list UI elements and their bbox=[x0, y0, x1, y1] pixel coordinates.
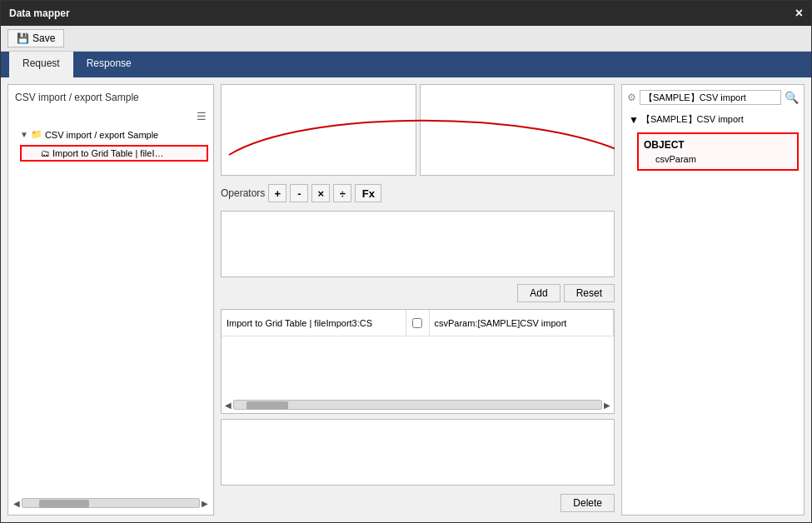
right-tree-label-sample: 【SAMPLE】CSV import bbox=[641, 113, 744, 126]
close-icon[interactable]: × bbox=[795, 6, 803, 21]
op-minus-button[interactable]: - bbox=[290, 184, 308, 202]
expand-icon: ▼ bbox=[20, 130, 28, 139]
scroll-left-icon[interactable]: ◀ bbox=[13, 499, 20, 508]
map-scroll-left-icon[interactable]: ◀ bbox=[225, 401, 232, 410]
right-tree-node-csvparam[interactable]: csvParam bbox=[642, 152, 794, 166]
map-scroll-right-icon[interactable]: ▶ bbox=[604, 401, 610, 410]
expression-box[interactable] bbox=[221, 211, 615, 277]
reset-button[interactable]: Reset bbox=[564, 284, 615, 302]
op-plus-button[interactable]: + bbox=[268, 184, 286, 202]
tree-node-import[interactable]: 🗂 Import to Grid Table | fileImp... bbox=[20, 145, 208, 162]
tab-response[interactable]: Response bbox=[73, 52, 145, 77]
left-cell: Import to Grid Table | fileImport3:CS bbox=[222, 310, 406, 336]
delete-button[interactable]: Delete bbox=[560, 494, 615, 512]
tab-request[interactable]: Request bbox=[9, 52, 73, 77]
bottom-area bbox=[221, 419, 615, 486]
tree-file-icon: 📁 bbox=[31, 129, 42, 140]
right-tree-node-level1[interactable]: ▼ 【SAMPLE】CSV import bbox=[627, 112, 799, 127]
right-expand-icon: ▼ bbox=[629, 114, 639, 126]
search-input[interactable] bbox=[640, 90, 781, 105]
mapping-area bbox=[221, 84, 615, 176]
right-highlighted-box: OBJECT csvParam bbox=[637, 132, 799, 171]
right-object-label: OBJECT bbox=[644, 139, 685, 151]
mapping-table: Import to Grid Table | fileImport3:CS cs… bbox=[221, 309, 615, 414]
add-reset-row: Add Reset bbox=[221, 282, 615, 304]
right-tree-node-object[interactable]: OBJECT bbox=[642, 137, 794, 152]
scroll-thumb bbox=[39, 500, 89, 508]
tab-bar: Request Response bbox=[1, 52, 811, 77]
left-mapping-box[interactable] bbox=[221, 84, 416, 176]
op-fx-button[interactable]: Fx bbox=[355, 184, 381, 202]
tree-label-csv: CSV import / export Sample bbox=[45, 130, 158, 140]
table-icon: 🗂 bbox=[41, 148, 50, 158]
delete-row: Delete bbox=[221, 491, 615, 516]
tree-node-level1[interactable]: ▼ 📁 CSV import / export Sample bbox=[13, 127, 208, 142]
dialog-header: Data mapper × bbox=[1, 1, 811, 26]
dialog-title: Data mapper bbox=[9, 7, 70, 19]
left-scrollbar[interactable]: ◀ ▶ bbox=[13, 496, 208, 510]
scroll-right-icon[interactable]: ▶ bbox=[202, 499, 208, 508]
main-content: CSV import / export Sample ☰ ▼ 📁 CSV imp… bbox=[1, 77, 811, 522]
operators-row: Operators + - × ÷ Fx bbox=[221, 181, 615, 206]
left-panel: CSV import / export Sample ☰ ▼ 📁 CSV imp… bbox=[7, 84, 214, 516]
scroll-track[interactable] bbox=[22, 498, 200, 508]
map-scroll-thumb bbox=[247, 401, 288, 410]
map-scroll-track[interactable] bbox=[233, 400, 602, 410]
op-divide-button[interactable]: ÷ bbox=[333, 184, 351, 202]
checkbox-input[interactable] bbox=[412, 318, 422, 328]
left-panel-title: CSV import / export Sample bbox=[13, 90, 208, 105]
mapping-scrollbar[interactable]: ◀ ▶ bbox=[222, 396, 614, 413]
right-csvparam-label: csvParam bbox=[655, 154, 696, 164]
right-cell: csvParam:[SAMPLE]CSV import bbox=[430, 310, 615, 336]
right-panel-expand-icon: ⚙ bbox=[627, 92, 636, 103]
toolbar: 💾 Save bbox=[1, 26, 811, 52]
table-row: Import to Grid Table | fileImport3:CS cs… bbox=[222, 310, 614, 336]
right-mapping-box[interactable] bbox=[420, 84, 615, 176]
search-icon[interactable]: 🔍 bbox=[785, 91, 799, 104]
data-mapper-dialog: Data mapper × 💾 Save Request Response CS… bbox=[0, 0, 812, 523]
save-button[interactable]: 💾 Save bbox=[7, 29, 64, 47]
save-icon: 💾 bbox=[17, 32, 29, 44]
add-button[interactable]: Add bbox=[517, 284, 560, 302]
operators-label: Operators bbox=[221, 187, 265, 199]
tree-label-import: Import to Grid Table | fileImp... bbox=[52, 148, 169, 158]
left-panel-icon: ☰ bbox=[197, 110, 207, 122]
right-panel-header: ⚙ 🔍 bbox=[627, 90, 799, 105]
op-multiply-button[interactable]: × bbox=[311, 184, 330, 202]
row-checkbox[interactable] bbox=[406, 310, 430, 336]
center-panel: Operators + - × ÷ Fx Add Reset Import to… bbox=[221, 84, 615, 516]
right-panel: ⚙ 🔍 ▼ 【SAMPLE】CSV import OBJECT csvParam bbox=[621, 84, 805, 516]
